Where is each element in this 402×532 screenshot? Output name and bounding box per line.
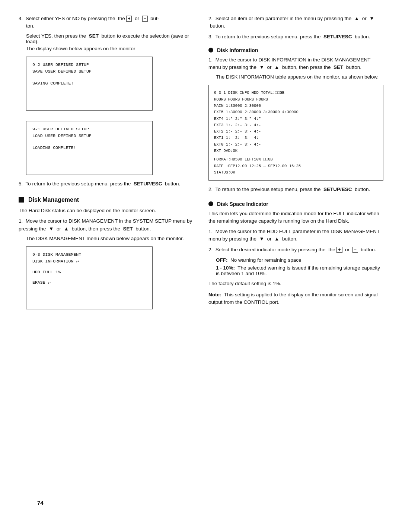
step4-intro: Select either YES or NO by pressing the bbox=[26, 16, 115, 21]
step4-line3: Select YES, then press the SET button to… bbox=[26, 33, 194, 44]
disk-info-or: or bbox=[267, 64, 271, 70]
disk-mgmt-title: Disk Management bbox=[28, 197, 79, 203]
info-line12: FORMAT:HD500 LEFT10% □□GB bbox=[214, 156, 378, 163]
disk-info-title: Disk Information bbox=[217, 47, 258, 53]
right-step2-down: ▼ bbox=[369, 16, 374, 21]
info-line9: EXT0 1:- 2:- 3:- 4:- bbox=[214, 141, 378, 148]
disk-info-set: SET bbox=[334, 64, 343, 70]
disk-box-line2: DISK INFORMATION ↵ bbox=[32, 258, 146, 265]
minus-btn-icon: − bbox=[142, 16, 148, 22]
right-step3-text1: To return to the previous setup menu, pr… bbox=[216, 34, 321, 39]
disk-space-step1: 1. Move the cursor to the HDD FULL param… bbox=[208, 228, 383, 243]
disk-step1-up: ▲ bbox=[64, 226, 68, 232]
disk-info-step2a: To return to the previous setup menu, pr… bbox=[216, 187, 321, 192]
box1-line4: SAVING COMPLETE! bbox=[32, 80, 146, 87]
disk-space-step2a: Select the desired indicator mode by pre… bbox=[216, 247, 326, 252]
disk-step1-text3: button. bbox=[135, 226, 151, 232]
disk-step-1: 1. Move the cursor to DISK MANAGEMENT in… bbox=[19, 217, 194, 233]
disk-space-or2: or bbox=[345, 247, 350, 252]
plus-btn-icon: + bbox=[126, 16, 132, 22]
disk-box-line1: 9-3 DISK MANAGEMENT bbox=[32, 251, 146, 258]
step4-or: or bbox=[135, 16, 139, 21]
left-column: 4. Select either YES or NO by pressing t… bbox=[19, 15, 194, 315]
disk-space-down: ▼ bbox=[259, 236, 264, 242]
disk-step1-or: or bbox=[57, 226, 61, 232]
disk-info-text1c: button. bbox=[346, 64, 361, 70]
right-step-2: 2. Select an item or item parameter in t… bbox=[208, 15, 383, 30]
disk-space-step2b: button. bbox=[361, 247, 376, 252]
circle-bullet2-icon bbox=[208, 201, 213, 206]
step4-num: 4. bbox=[19, 16, 24, 21]
disk-space-title: Disk Space Indicator bbox=[217, 201, 268, 207]
info-line14: STATUS:OK bbox=[214, 169, 378, 176]
disk-info-down: ▼ bbox=[259, 64, 264, 70]
info-line4: EXT5 1:30000 2:30000 3:30000 4:30000 bbox=[214, 109, 378, 115]
pct-text: The selected warning is issued if the re… bbox=[216, 265, 380, 276]
disk-space-step1b: button. bbox=[282, 236, 297, 242]
off-text: No warning for remaining space bbox=[230, 257, 302, 263]
pct-label: 1 - 10%: bbox=[216, 265, 235, 271]
disk-info-step2-esc: SETUP/ESC bbox=[323, 187, 352, 192]
loading-complete-box: 9-1 USER DEFINED SETUP LOAD USER DEFINED… bbox=[26, 121, 153, 175]
step4-line4: The display shown below appears on the m… bbox=[26, 46, 194, 51]
step-5: 5. To return to the previous setup menu,… bbox=[19, 180, 194, 188]
disk-space-plus-icon: + bbox=[336, 247, 342, 253]
off-item: OFF: No warning for remaining space bbox=[216, 257, 383, 263]
note-text: This setting is applied to the display o… bbox=[208, 292, 378, 305]
info-line10: EXT DVD:OK bbox=[214, 148, 378, 154]
pct-item: 1 - 10%: The selected warning is issued … bbox=[216, 265, 383, 276]
disk-space-header: Disk Space Indicator bbox=[208, 201, 383, 207]
disk-step1-text4: The DISK MANAGEMENT menu shown below app… bbox=[26, 236, 194, 241]
disk-box-line6: ERASE ↵ bbox=[32, 279, 146, 286]
page-number: 74 bbox=[37, 500, 44, 506]
disk-info-step2: 2. To return to the previous setup menu,… bbox=[208, 186, 383, 193]
square-bullet-icon bbox=[19, 197, 24, 203]
right-step-3: 3. To return to the previous setup menu,… bbox=[208, 33, 383, 41]
box2-line1: 9-1 USER DEFINED SETUP bbox=[32, 126, 146, 133]
box2-spacer2 bbox=[32, 152, 146, 170]
box1-spacer2 bbox=[32, 87, 146, 106]
note-paragraph: Note: This setting is applied to the dis… bbox=[208, 291, 383, 306]
info-line6: EXT3 1:- 2:- 3:- 4:- bbox=[214, 122, 378, 128]
step5-esc: SETUP/ESC bbox=[134, 181, 162, 187]
disk-space-intro: This item lets you determine the indicat… bbox=[208, 210, 383, 225]
circle-bullet-icon bbox=[208, 48, 213, 52]
info-line13: DATE :SEP12.00 12:25 → SEP12.00 16:25 bbox=[214, 163, 378, 169]
disk-management-header: Disk Management bbox=[19, 197, 194, 203]
box1-line1: 9-2 USER DEFINED SETUP bbox=[32, 61, 146, 68]
disk-space-step2: 2. Select the desired indicator mode by … bbox=[208, 246, 383, 254]
disk-step1-down: ▼ bbox=[49, 226, 54, 232]
disk-space-or: or bbox=[267, 236, 271, 242]
disk-info-step1: 1. Move the cursor to DISK INFORMATION i… bbox=[208, 56, 383, 71]
info-line5: EXT4 1:* 2:* 3:* 4:* bbox=[214, 116, 378, 122]
box2-spacer bbox=[32, 139, 146, 144]
step4-button: but- bbox=[150, 16, 159, 21]
right-step3-text2: button. bbox=[355, 34, 370, 39]
info-line8: EXT1 1:- 2:- 3:- 4:- bbox=[214, 135, 378, 141]
disk-info-text1d: The DISK INFORMATION table appears on th… bbox=[216, 74, 383, 80]
step4-line3a: Select YES, then press the bbox=[26, 33, 86, 39]
box2-line4: LOADING COMPLETE! bbox=[32, 144, 146, 151]
info-line7: EXT2 1:- 2:- 3:- 4:- bbox=[214, 128, 378, 135]
right-step2-up: ▲ bbox=[354, 16, 359, 21]
info-line1: 9-3-1 DISK INFO HDD TOTAL:□□GB bbox=[214, 90, 378, 96]
step5-end: button. bbox=[165, 181, 180, 187]
note-label: Note: bbox=[208, 292, 221, 297]
disk-info-step2b: button. bbox=[355, 187, 370, 192]
box1-spacer bbox=[32, 75, 146, 80]
right-step2-text2: button. bbox=[210, 23, 225, 29]
disk-step1-text2: button, then press the bbox=[71, 226, 120, 232]
disk-info-text1b: button, then press the bbox=[282, 64, 331, 70]
step4-set: SET bbox=[89, 33, 99, 39]
right-column: 2. Select an item or item parameter in t… bbox=[208, 15, 383, 315]
info-line2: HOURS HOURS HOURS HOURS bbox=[214, 96, 378, 103]
disk-step1-num: 1. bbox=[19, 218, 24, 224]
right-step3-num: 3. bbox=[208, 34, 214, 39]
step4-line2: ton. bbox=[26, 23, 35, 29]
right-step2-text1: Select an item or item parameter in the … bbox=[216, 16, 351, 21]
disk-management-box: 9-3 DISK MANAGEMENT DISK INFORMATION ↵ H… bbox=[26, 246, 153, 310]
disk-info-box: 9-3-1 DISK INFO HDD TOTAL:□□GB HOURS HOU… bbox=[208, 85, 383, 181]
info-line3: MAIN 1:30000 2:30000 bbox=[214, 103, 378, 109]
disk-mgmt-intro: The Hard Disk status can be displayed on… bbox=[19, 207, 194, 214]
box2-line2: LOAD USER DEFINED SETUP bbox=[32, 133, 146, 139]
